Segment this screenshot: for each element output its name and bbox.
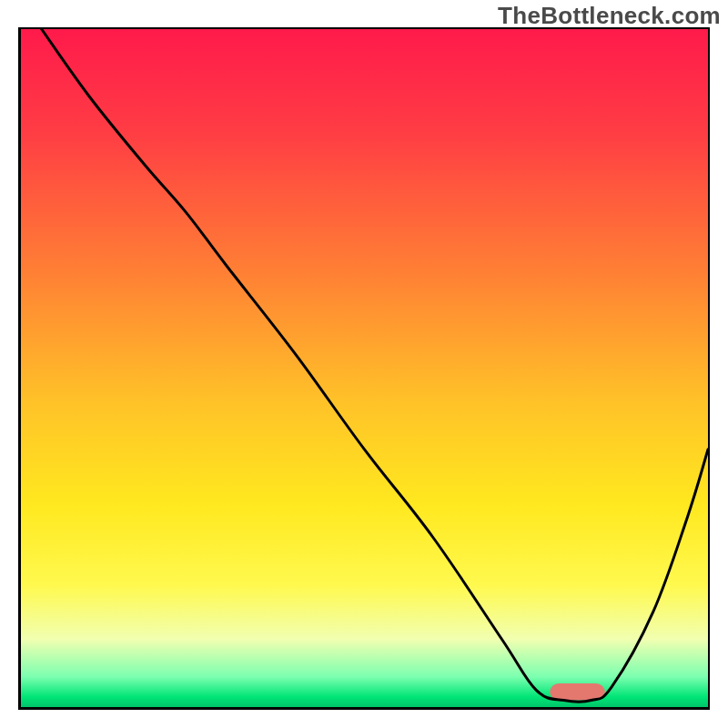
watermark-label: TheBottleneck.com [498, 2, 721, 30]
optimal-marker [550, 683, 604, 701]
bottleneck-chart: TheBottleneck.com [0, 0, 728, 728]
gradient-background [21, 29, 708, 707]
plot-frame [18, 27, 710, 710]
plot-svg [21, 29, 708, 707]
